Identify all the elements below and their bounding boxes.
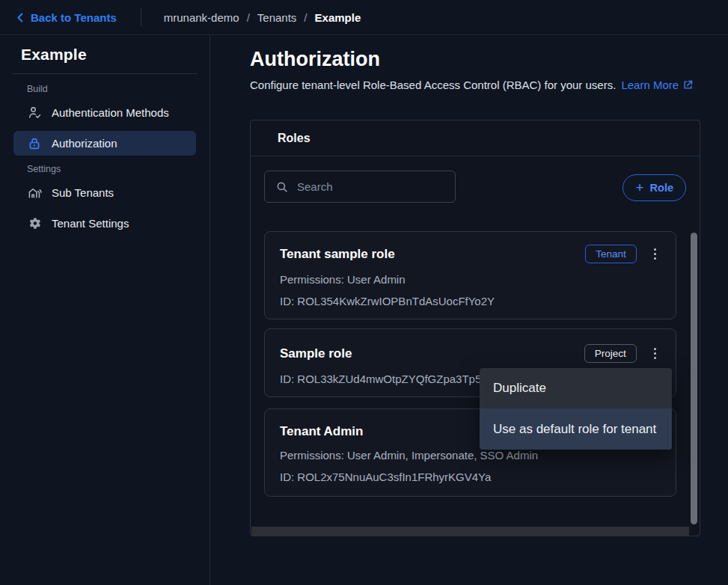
sidebar-item-authentication-methods[interactable]: Authentication Methods <box>13 100 196 125</box>
sidebar-item-authorization[interactable]: Authorization <box>13 131 196 156</box>
add-role-label: Role <box>650 182 673 194</box>
user-check-icon <box>27 105 42 120</box>
page-title: Authorization <box>250 48 380 71</box>
role-level-badge: Tenant <box>585 245 637 263</box>
role-level-badge: Project <box>584 344 637 363</box>
sidebar-section-build: Build <box>27 84 209 94</box>
menu-item-duplicate[interactable]: Duplicate <box>480 368 672 408</box>
sidebar-item-sub-tenants[interactable]: Sub Tenants <box>13 180 196 205</box>
sidebar-item-label: Sub Tenants <box>52 186 114 199</box>
sidebar-title: Example <box>21 46 209 64</box>
roles-panel-title: Roles <box>278 132 311 145</box>
plus-icon: + <box>635 180 643 195</box>
role-id: ID: ROL2x75NnuAuC3sfIn1FRhyrKGV4Ya <box>280 471 661 483</box>
learn-more-link[interactable]: Learn More <box>621 79 694 91</box>
sidebar-divider <box>12 73 198 74</box>
search-input[interactable] <box>297 180 424 193</box>
external-link-icon <box>682 79 694 91</box>
main-content: Authorization Configure tenant-level Rol… <box>211 35 728 585</box>
role-menu-button[interactable] <box>649 345 661 362</box>
breadcrumb-separator: / <box>247 11 250 24</box>
role-context-menu: Duplicate Use as default role for tenant <box>480 368 672 450</box>
role-id: ID: ROL354KwkZrwIOPBnTdAsUocFfYo2Y <box>280 295 661 307</box>
learn-more-label: Learn More <box>621 79 679 91</box>
role-menu-button[interactable] <box>649 245 661 263</box>
roles-panel-header: Roles <box>251 120 700 156</box>
role-permissions: Permissions: User Admin, Impersonate, SS… <box>280 449 661 462</box>
subtitle-text: Configure tenant-level Role-Based Access… <box>250 79 616 91</box>
breadcrumb-tenants[interactable]: Tenants <box>257 11 297 24</box>
role-card-tenant-sample-role: Tenant sample role Tenant Permissions: U… <box>264 231 676 319</box>
sub-tenants-icon <box>27 186 42 200</box>
gear-icon <box>27 216 42 231</box>
roles-panel: Roles + Role Tenant sample role Tenant P… <box>250 120 700 536</box>
role-permissions: Permissions: User Admin <box>280 273 661 286</box>
back-to-tenants-link[interactable]: Back to Tenants <box>15 11 117 24</box>
lock-icon <box>27 136 42 151</box>
back-link-label: Back to Tenants <box>31 11 117 24</box>
breadcrumb-separator: / <box>304 11 307 24</box>
vertical-scrollbar-thumb[interactable] <box>691 233 697 524</box>
role-name: Tenant sample role <box>280 247 585 262</box>
back-chevron-icon <box>15 12 26 23</box>
sidebar-section-settings: Settings <box>27 164 209 174</box>
sidebar-item-tenant-settings[interactable]: Tenant Settings <box>13 211 196 236</box>
add-role-button[interactable]: + Role <box>623 174 686 201</box>
breadcrumb-tenant[interactable]: mrunank-demo <box>164 11 239 24</box>
page-subtitle: Configure tenant-level Role-Based Access… <box>250 79 694 91</box>
breadcrumb-current-page: Example <box>315 11 361 24</box>
sidebar-item-label: Authorization <box>52 137 117 150</box>
search-icon <box>275 180 289 194</box>
horizontal-scrollbar[interactable] <box>251 527 689 536</box>
topbar-divider <box>141 8 141 26</box>
top-bar: Back to Tenants mrunank-demo / Tenants /… <box>0 0 728 35</box>
sidebar-item-label: Authentication Methods <box>52 106 169 119</box>
breadcrumb: mrunank-demo / Tenants / Example <box>164 11 361 24</box>
sidebar-item-label: Tenant Settings <box>52 217 129 230</box>
menu-item-use-as-default-role[interactable]: Use as default role for tenant <box>480 408 672 450</box>
roles-search[interactable] <box>264 171 456 203</box>
sidebar: Example Build Authentication Methods Aut… <box>0 35 210 585</box>
role-name: Sample role <box>280 346 584 361</box>
